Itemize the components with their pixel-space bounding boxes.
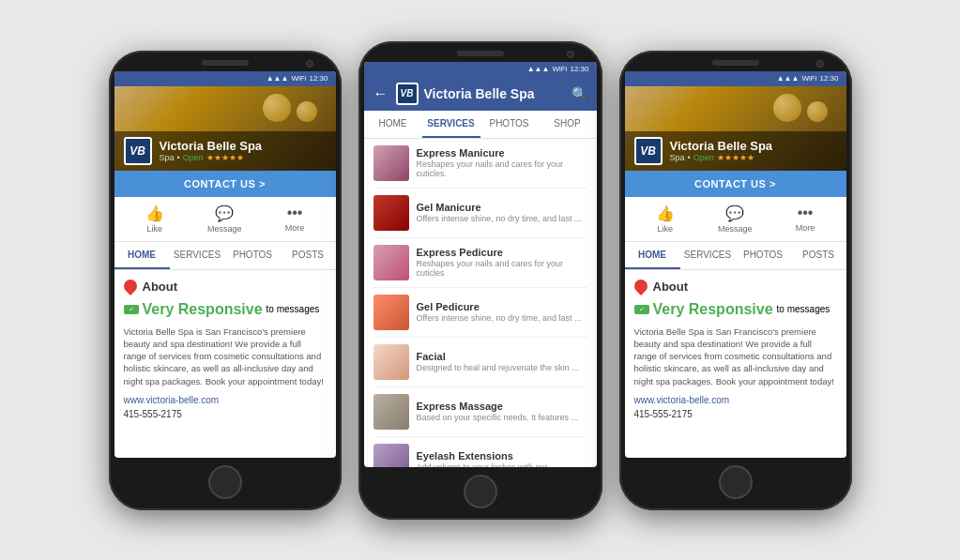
service-name-5: Express Massage xyxy=(417,401,587,412)
status-icons-left: ▲▲▲ WiFi 12:30 xyxy=(267,74,328,83)
hero-decoration-right xyxy=(773,94,828,122)
signal-icon-left: ▲▲▲ xyxy=(267,74,289,83)
phone-top-bar-center xyxy=(358,41,602,62)
open-status-right: Open xyxy=(693,153,714,162)
service-info-1: Gel Manicure Offers intense shine, no dr… xyxy=(417,202,587,223)
more-icon-left: ••• xyxy=(287,204,303,221)
hero-left: VB Victoria Belle Spa Spa • Open ★★★★★ xyxy=(114,86,336,171)
bottom-bar-center xyxy=(358,467,602,520)
badge-icon-left: ✓ xyxy=(124,305,139,314)
search-icon-center[interactable]: 🔍 xyxy=(571,86,587,101)
service-item-3[interactable]: Gel Pedicure Offers intense shine, no dr… xyxy=(373,288,587,338)
time-center: 12:30 xyxy=(570,65,588,73)
circle1-right xyxy=(773,94,801,122)
service-item-2[interactable]: Express Pedicure Reshapes your nails and… xyxy=(373,238,587,288)
spa-sub-left: Spa • Open ★★★★★ xyxy=(160,153,263,162)
services-list: Express Manicure Reshapes your nails and… xyxy=(364,139,597,467)
home-btn-right[interactable] xyxy=(719,465,753,499)
like-label-left: Like xyxy=(146,224,162,234)
logo-left: VB xyxy=(124,137,152,165)
service-desc-6: Add volume to your lashes with our ... xyxy=(417,462,587,467)
phone-top-bar-left xyxy=(109,51,342,71)
tab-home-left[interactable]: HOME xyxy=(114,242,170,269)
description-right: Victoria Belle Spa is San Francisco's pr… xyxy=(634,325,837,387)
home-btn-left[interactable] xyxy=(208,465,242,499)
service-thumb-6 xyxy=(373,444,409,467)
tab-posts-right[interactable]: POSTS xyxy=(791,242,846,269)
service-thumb-0 xyxy=(373,145,409,181)
center-header: ← VB Victoria Belle Spa 🔍 xyxy=(364,77,597,111)
logo-right: VB xyxy=(634,137,663,165)
service-desc-0: Reshapes your nails and cares for your c… xyxy=(417,159,587,178)
speaker-center xyxy=(457,51,504,56)
tab-services-right[interactable]: SERVICES xyxy=(680,242,736,269)
service-name-4: Facial xyxy=(417,351,587,362)
tab-photos-right[interactable]: PHOTOS xyxy=(736,242,791,269)
signal-icon-center: ▲▲▲ xyxy=(527,65,550,73)
open-status-left: Open xyxy=(183,153,204,162)
service-thumb-4 xyxy=(373,344,409,380)
message-btn-left[interactable]: 💬 Message xyxy=(207,204,242,234)
website-right[interactable]: www.victoria-belle.com xyxy=(634,395,837,405)
spa-name-right: Victoria Belle Spa xyxy=(670,139,773,153)
responsive-badge-right: ✓ Very Responsive to messages xyxy=(634,301,837,318)
circle2 xyxy=(297,101,317,122)
tab-services-center[interactable]: SERVICES xyxy=(422,111,480,138)
service-name-0: Express Manicure xyxy=(417,147,587,159)
contact-bar-right[interactable]: CONTACT US > xyxy=(625,171,846,197)
phone-right: ▲▲▲ WiFi 12:30 VB Victoria Belle Spa Spa xyxy=(619,51,852,510)
tab-posts-left[interactable]: POSTS xyxy=(281,242,336,269)
more-btn-left[interactable]: ••• More xyxy=(285,204,305,234)
hero-right: VB Victoria Belle Spa Spa • Open ★★★★★ xyxy=(625,86,846,171)
tab-photos-center[interactable]: PHOTOS xyxy=(480,111,539,138)
tab-home-center[interactable]: HOME xyxy=(364,111,422,138)
dot-sep-right: • xyxy=(688,153,691,162)
bottom-bar-left xyxy=(109,458,342,510)
service-item-5[interactable]: Express Massage Based on your specific n… xyxy=(373,387,587,437)
spa-info-left: Victoria Belle Spa Spa • Open ★★★★★ xyxy=(160,139,263,162)
service-info-5: Express Massage Based on your specific n… xyxy=(417,401,587,422)
service-desc-1: Offers intense shine, no dry time, and l… xyxy=(417,214,587,223)
responsive-text-left: Very Responsive xyxy=(143,301,263,318)
like-btn-left[interactable]: 👍 Like xyxy=(145,204,164,234)
nav-tabs-right: HOME SERVICES PHOTOS POSTS xyxy=(625,242,846,270)
service-name-3: Gel Pedicure xyxy=(417,301,587,312)
service-item-6[interactable]: Eyelash Extensions Add volume to your la… xyxy=(373,437,587,467)
like-icon-left: 👍 xyxy=(145,204,164,222)
service-desc-4: Designed to heal and rejuvenate the skin… xyxy=(417,363,587,372)
tab-photos-left[interactable]: PHOTOS xyxy=(225,242,281,269)
more-label-right: More xyxy=(796,223,815,233)
phone-left: ▲▲▲ WiFi 12:30 VB Victoria Belle Spa Spa xyxy=(109,51,342,510)
message-label-left: Message xyxy=(207,224,242,234)
message-btn-right[interactable]: 💬 Message xyxy=(718,204,753,234)
contact-bar-left[interactable]: CONTACT US > xyxy=(114,171,336,197)
tab-shop-center[interactable]: SHOP xyxy=(539,111,597,138)
service-item-0[interactable]: Express Manicure Reshapes your nails and… xyxy=(373,139,587,189)
status-icons-center: ▲▲▲ WiFi 12:30 xyxy=(527,65,589,73)
hero-overlay-right: VB Victoria Belle Spa Spa • Open ★★★★★ xyxy=(625,131,846,171)
camera-left xyxy=(306,60,313,68)
service-thumb-5 xyxy=(373,394,409,430)
responsive-badge-left: ✓ Very Responsive to messages xyxy=(124,301,327,318)
message-icon-left: 💬 xyxy=(215,204,234,222)
home-btn-center[interactable] xyxy=(464,475,497,508)
spa-name-left: Victoria Belle Spa xyxy=(160,139,263,153)
like-btn-right[interactable]: 👍 Like xyxy=(656,204,675,234)
back-arrow-icon[interactable]: ← xyxy=(373,85,389,102)
tab-home-right[interactable]: HOME xyxy=(625,242,680,269)
status-bar-center: ▲▲▲ WiFi 12:30 xyxy=(364,62,597,77)
location-icon-left xyxy=(121,277,140,295)
screen-left: ▲▲▲ WiFi 12:30 VB Victoria Belle Spa Spa xyxy=(114,71,336,458)
wifi-icon-left: WiFi xyxy=(291,74,306,83)
service-item-1[interactable]: Gel Manicure Offers intense shine, no dr… xyxy=(373,189,587,238)
website-left[interactable]: www.victoria-belle.com xyxy=(124,395,327,405)
bottom-bar-right xyxy=(619,458,852,510)
tab-services-left[interactable]: SERVICES xyxy=(170,242,225,269)
service-desc-2: Reshapes your nails and cares for your c… xyxy=(417,259,587,278)
responsive-suffix-right: to messages xyxy=(777,304,830,314)
camera-right xyxy=(816,60,824,68)
service-item-4[interactable]: Facial Designed to heal and rejuvenate t… xyxy=(373,338,587,387)
stars-left: ★★★★★ xyxy=(206,153,244,162)
about-label-left: About xyxy=(143,280,178,294)
more-btn-right[interactable]: ••• More xyxy=(796,204,815,234)
